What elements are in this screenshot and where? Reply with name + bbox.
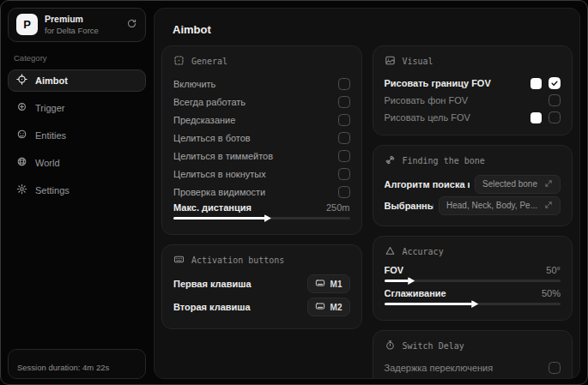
premium-logo: P bbox=[16, 14, 38, 35]
draw-fov-target-label: Рисовать цель FOV bbox=[385, 112, 470, 123]
session-duration-label: Session duration: 4m 22s bbox=[17, 363, 109, 372]
setting-label: Предсказание bbox=[173, 115, 235, 125]
refresh-icon bbox=[126, 18, 137, 32]
enable-checkbox[interactable] bbox=[338, 78, 350, 90]
second-key-label: Вторая клавиша bbox=[173, 302, 251, 312]
accuracy-card: Accuracy FOV 50° bbox=[373, 236, 573, 321]
sidebar-item-entities[interactable]: Entities bbox=[8, 124, 146, 147]
premium-card: P Premium for Delta Force bbox=[8, 8, 146, 42]
general-card: General Включить Всегда работать bbox=[161, 45, 362, 235]
sidebar-item-world[interactable]: World bbox=[8, 152, 146, 174]
finding-bone-card: Finding the bone Алгоритм поиска кости S… bbox=[373, 145, 573, 226]
max-distance-slider-group: Макс. дистанция 250m bbox=[173, 202, 350, 220]
setting-row-target-teammates: Целиться в тиммейтов bbox=[173, 147, 350, 165]
sidebar-item-label: Settings bbox=[35, 185, 70, 196]
switch-delay-icon bbox=[385, 340, 396, 352]
draw-fov-border-row: Рисовать границу FOV bbox=[385, 75, 561, 92]
setting-label: Всегда работать bbox=[173, 97, 246, 107]
fov-slider-group: FOV 50° bbox=[385, 265, 561, 282]
second-key-value: M2 bbox=[330, 303, 342, 312]
always-work-checkbox[interactable] bbox=[338, 96, 350, 108]
draw-fov-background-label: Рисовать фон FOV bbox=[385, 95, 469, 105]
setting-label: Целиться в нокнутых bbox=[173, 169, 266, 179]
switch-delay-ms-value: 1000 ms bbox=[524, 378, 561, 379]
sidebar-item-label: Entities bbox=[35, 130, 66, 141]
draw-fov-target-checkbox[interactable] bbox=[549, 111, 561, 123]
switch-delay-ms-label: Задержка переключения (мс) bbox=[385, 378, 518, 379]
visibility-check-checkbox[interactable] bbox=[338, 186, 350, 198]
accuracy-card-title: Accuracy bbox=[403, 247, 444, 256]
bone-card-header: Finding the bone bbox=[385, 154, 561, 167]
max-distance-value: 250m bbox=[326, 202, 350, 213]
setting-label: Целиться в тиммейтов bbox=[173, 151, 273, 161]
bone-algorithm-row: Алгоритм поиска кости Selected bone bbox=[385, 174, 561, 194]
fov-target-color-swatch[interactable] bbox=[530, 112, 542, 123]
draw-fov-background-row: Рисовать фон FOV bbox=[385, 92, 561, 109]
bone-algorithm-value: Selected bone bbox=[482, 179, 537, 189]
visual-card: Visual Рисовать границу FOV Рисовать фон… bbox=[373, 45, 573, 135]
general-card-title: General bbox=[191, 57, 227, 66]
sidebar-item-label: World bbox=[35, 158, 60, 168]
visual-card-title: Visual bbox=[403, 57, 433, 66]
sidebar-item-trigger[interactable]: Trigger bbox=[8, 97, 146, 119]
session-card: Session duration: 4m 22s bbox=[8, 349, 146, 379]
keyboard-icon bbox=[173, 254, 185, 267]
setting-row-visibility-check: Проверка видимости bbox=[173, 183, 350, 201]
trigger-icon bbox=[16, 101, 27, 114]
fov-value: 50° bbox=[546, 265, 561, 275]
keyboard-icon bbox=[315, 301, 325, 313]
switch-delay-checkbox[interactable] bbox=[549, 362, 561, 374]
target-knocked-checkbox[interactable] bbox=[338, 168, 350, 180]
sidebar-nav: Aimbot Trigger Entities bbox=[8, 69, 146, 202]
max-distance-label: Макс. дистанция bbox=[173, 202, 252, 213]
smoothing-slider[interactable] bbox=[385, 303, 561, 305]
setting-row-target-bots: Целиться в ботов bbox=[173, 129, 350, 147]
sidebar-item-aimbot[interactable]: Aimbot bbox=[8, 69, 146, 92]
max-distance-slider[interactable] bbox=[173, 217, 350, 220]
switch-delay-toggle-row: Задержка переключения bbox=[385, 359, 561, 376]
first-key-row: Первая клавиша M1 bbox=[173, 274, 350, 294]
left-column: General Включить Всегда работать bbox=[161, 45, 362, 339]
target-bots-checkbox[interactable] bbox=[338, 132, 350, 144]
general-icon bbox=[173, 55, 185, 68]
activation-card-title: Activation buttons bbox=[191, 256, 284, 265]
fov-slider[interactable] bbox=[385, 280, 561, 282]
selected-bones-label: Выбранные кости bbox=[385, 201, 434, 211]
selected-bones-value: Head, Neck, Body, Pe... bbox=[446, 201, 537, 210]
accuracy-icon bbox=[385, 245, 396, 258]
draw-fov-border-label: Рисовать границу FOV bbox=[385, 78, 491, 88]
slider-thumb[interactable] bbox=[408, 277, 415, 285]
prediction-checkbox[interactable] bbox=[338, 114, 350, 126]
switch-delay-card-header: Switch Delay bbox=[385, 340, 561, 352]
draw-fov-border-checkbox[interactable] bbox=[549, 77, 561, 89]
fov-border-color-swatch[interactable] bbox=[530, 78, 542, 89]
expand-icon bbox=[544, 201, 553, 211]
app-window: P Premium for Delta Force Category bbox=[0, 0, 588, 385]
bone-card-title: Finding the bone bbox=[403, 156, 485, 165]
entities-icon bbox=[16, 129, 27, 141]
setting-row-enable: Включить bbox=[173, 75, 350, 93]
setting-row-target-knocked: Целиться в нокнутых bbox=[173, 165, 350, 183]
draw-fov-background-checkbox[interactable] bbox=[549, 94, 561, 106]
sidebar-item-settings[interactable]: Settings bbox=[8, 179, 146, 202]
first-key-binding-button[interactable]: M1 bbox=[307, 274, 350, 293]
second-key-binding-button[interactable]: M2 bbox=[307, 298, 350, 316]
slider-thumb[interactable] bbox=[471, 300, 478, 308]
keyboard-icon bbox=[315, 278, 325, 290]
sidebar-item-label: Aimbot bbox=[35, 75, 68, 86]
switch-delay-toggle-label: Задержка переключения bbox=[385, 363, 494, 373]
refresh-button[interactable] bbox=[126, 18, 137, 32]
switch-delay-card: Switch Delay Задержка переключения Задер… bbox=[373, 330, 573, 379]
slider-thumb[interactable] bbox=[264, 214, 271, 222]
target-teammates-checkbox[interactable] bbox=[338, 150, 350, 162]
setting-label: Проверка видимости bbox=[173, 187, 265, 197]
aimbot-icon bbox=[16, 74, 27, 87]
content-columns: General Включить Всегда работать bbox=[161, 45, 573, 378]
premium-title: Premium bbox=[45, 14, 119, 26]
smoothing-value: 50% bbox=[542, 288, 561, 298]
selected-bones-dropdown[interactable]: Head, Neck, Body, Pe... bbox=[439, 196, 561, 215]
setting-row-prediction: Предсказание bbox=[173, 111, 350, 129]
activation-buttons-card: Activation buttons Первая клавиша M1 bbox=[161, 244, 362, 329]
bone-algorithm-dropdown[interactable]: Selected bone bbox=[475, 175, 561, 194]
settings-icon bbox=[16, 183, 27, 196]
